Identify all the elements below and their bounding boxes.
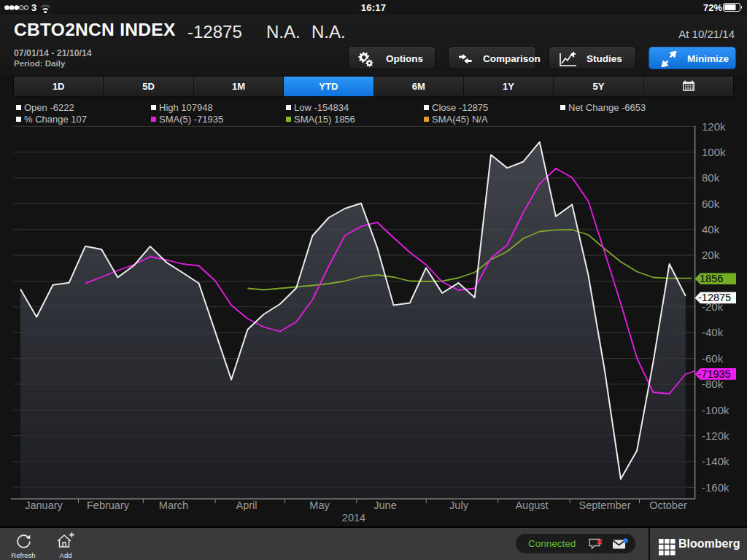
svg-text:September: September — [579, 499, 631, 511]
svg-text:January: January — [25, 499, 63, 511]
svg-text:-71935: -71935 — [698, 368, 731, 380]
svg-text:-12875: -12875 — [698, 292, 731, 303]
svg-text:-120k: -120k — [702, 429, 729, 442]
svg-text:1856: 1856 — [700, 273, 723, 284]
svg-text:20k: 20k — [702, 249, 720, 261]
svg-text:-60k: -60k — [702, 352, 724, 365]
svg-text:June: June — [374, 499, 396, 511]
svg-text:-40k: -40k — [702, 326, 724, 338]
svg-text:August: August — [515, 499, 548, 511]
svg-text:-100k: -100k — [702, 404, 729, 416]
svg-text:October: October — [649, 499, 687, 511]
svg-text:80k: 80k — [702, 171, 720, 184]
svg-text:120k: 120k — [702, 120, 726, 133]
svg-text:April: April — [236, 499, 257, 511]
svg-text:May: May — [309, 499, 330, 511]
svg-text:July: July — [449, 499, 469, 511]
svg-text:February: February — [87, 499, 130, 511]
svg-text:60k: 60k — [702, 198, 720, 210]
svg-text:40k: 40k — [702, 223, 720, 236]
svg-text:March: March — [159, 499, 188, 511]
svg-text:100k: 100k — [702, 146, 726, 158]
svg-text:-160k: -160k — [702, 481, 729, 494]
svg-text:-140k: -140k — [702, 455, 729, 467]
svg-text:2014: 2014 — [342, 512, 365, 524]
